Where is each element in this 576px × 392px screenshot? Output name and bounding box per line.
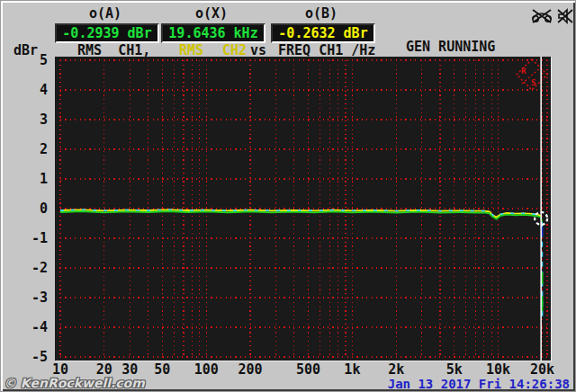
- y-tick-label: 2: [3, 141, 48, 157]
- svg-text:S: S: [531, 78, 536, 87]
- x-tick-label: 1k: [327, 361, 377, 378]
- x-tick-label: 200: [225, 361, 275, 378]
- y-tick-label: 4: [3, 82, 48, 98]
- x-tick-label: 2k: [371, 361, 421, 378]
- y-tick-label: 5: [3, 52, 48, 68]
- watermark: © KenRockwell.com: [4, 376, 145, 390]
- readout-oB-value-box[interactable]: -0.2632 dBr: [271, 23, 375, 43]
- y-tick-label: 0: [3, 200, 48, 217]
- readout-oA-label: o(A): [55, 5, 156, 22]
- readout-oB-value: -0.2632 dBr: [278, 25, 367, 41]
- x-tick-label: 20k: [517, 361, 567, 378]
- x-tick-label: 100: [181, 361, 231, 378]
- readout-oA-value: -0.2939 dBr: [62, 25, 151, 41]
- readout-oB-label: o(B): [271, 5, 372, 22]
- y-tick-label: 1: [3, 171, 48, 187]
- grid-lines: [60, 60, 547, 357]
- y-tick-label: 3: [3, 111, 48, 128]
- plot-svg: R S: [55, 57, 551, 361]
- generator-status: GEN RUNNING: [406, 39, 544, 55]
- x-tick-label: 10k: [473, 361, 524, 378]
- y-tick-label: -3: [3, 290, 48, 306]
- monitor-icons: [531, 8, 574, 24]
- readout-oA-value-box[interactable]: -0.2939 dBr: [55, 23, 159, 43]
- x-tick-label: 500: [284, 361, 334, 378]
- speaker-muted-icon: [556, 8, 574, 24]
- readout-oX-value: 19.6436 kHz: [168, 25, 257, 41]
- svg-text:R: R: [521, 67, 526, 76]
- plot-area: R S: [55, 57, 551, 361]
- trace-ch1: [60, 211, 542, 222]
- x-tick-label: 5k: [429, 361, 480, 378]
- y-tick-label: -1: [3, 230, 48, 246]
- headphones-muted-icon: [531, 8, 553, 24]
- y-tick-label: -4: [3, 319, 48, 335]
- analyzer-screen: o(A) -0.2939 dBr o(X) 19.6436 kHz o(B) -…: [0, 0, 576, 392]
- rs-logo-icon: R S: [517, 59, 547, 90]
- datetime-stamp: Jan 13 2017 Fri 14:26:38: [388, 377, 570, 391]
- readout-oX-value-box[interactable]: 19.6436 kHz: [161, 23, 266, 43]
- y-tick-label: -2: [3, 260, 48, 276]
- readout-oX-label: o(X): [161, 5, 262, 22]
- y-axis: 543210-1-2-3-4-5: [1, 57, 51, 361]
